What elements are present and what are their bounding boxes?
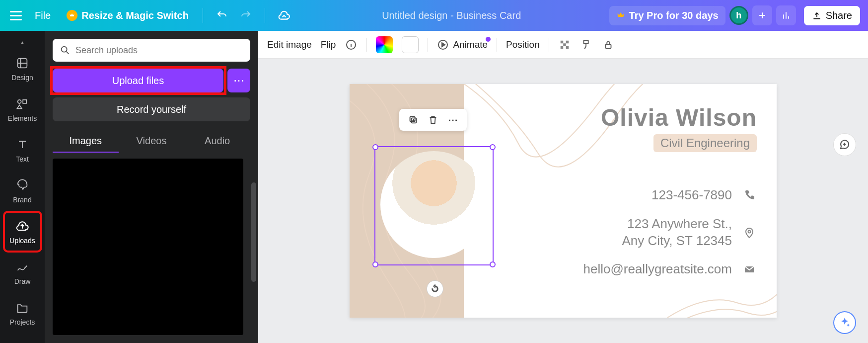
resize-handle-ne[interactable] bbox=[490, 144, 496, 150]
svg-point-15 bbox=[748, 230, 751, 233]
nav-label: Projects bbox=[10, 318, 35, 326]
separator bbox=[428, 38, 428, 52]
copy-style-button[interactable] bbox=[580, 38, 593, 51]
email-text: hello@reallygreatsite.com bbox=[583, 261, 732, 278]
document-title[interactable]: Untitled design - Business Card bbox=[298, 10, 605, 21]
color-picker[interactable] bbox=[376, 36, 393, 53]
upload-files-button[interactable]: Upload files bbox=[53, 69, 223, 92]
add-member-button[interactable] bbox=[752, 5, 772, 25]
nav-label: Draw bbox=[14, 277, 31, 285]
separator bbox=[497, 38, 497, 52]
new-badge-dot bbox=[486, 37, 491, 42]
resize-label: Resize & Magic Switch bbox=[81, 10, 189, 21]
phone-text: 123-456-7890 bbox=[651, 187, 732, 204]
svg-rect-10 bbox=[566, 46, 569, 49]
email-row[interactable]: hello@reallygreatsite.com bbox=[583, 261, 757, 278]
card-role[interactable]: Civil Engineering bbox=[653, 134, 757, 152]
resize-handle-nw[interactable] bbox=[372, 144, 378, 150]
crown-icon bbox=[67, 10, 77, 21]
card-name[interactable]: Olivia Wilson bbox=[538, 104, 757, 131]
svg-rect-11 bbox=[583, 40, 588, 43]
info-icon[interactable] bbox=[345, 38, 358, 51]
share-button[interactable]: Share bbox=[804, 6, 860, 25]
bg-color-swatch[interactable] bbox=[402, 36, 419, 53]
context-toolbar: Edit image Flip Animate Position bbox=[258, 31, 868, 59]
nav-draw[interactable]: Draw bbox=[4, 253, 41, 292]
position-button[interactable]: Position bbox=[506, 39, 540, 50]
separator bbox=[549, 38, 549, 52]
nav-label: Uploads bbox=[9, 237, 35, 245]
ai-assistant-button[interactable] bbox=[833, 311, 856, 334]
left-nav-rail: ▴ Design Elements Text Brand Uploads Dra… bbox=[0, 31, 45, 343]
resize-magic-switch[interactable]: Resize & Magic Switch bbox=[62, 7, 194, 24]
insights-button[interactable] bbox=[776, 5, 796, 25]
flip-button[interactable]: Flip bbox=[321, 39, 336, 50]
tab-images[interactable]: Images bbox=[53, 130, 119, 153]
separator bbox=[265, 8, 265, 23]
projects-icon bbox=[15, 300, 29, 315]
business-card-canvas[interactable]: ⋯ Olivia Wilson Civil Engineering 123-45… bbox=[350, 84, 777, 318]
phone-icon bbox=[742, 189, 757, 201]
phone-row[interactable]: 123-456-7890 bbox=[651, 187, 757, 204]
main-menu-button[interactable] bbox=[8, 9, 24, 22]
transparency-button[interactable] bbox=[558, 38, 571, 51]
rotate-handle[interactable] bbox=[427, 280, 443, 297]
draw-icon bbox=[15, 259, 29, 274]
duplicate-icon[interactable] bbox=[407, 114, 419, 126]
nav-label: Elements bbox=[8, 114, 37, 122]
pin-icon bbox=[742, 226, 757, 240]
lock-button[interactable] bbox=[602, 38, 615, 51]
panel-scrollbar[interactable] bbox=[251, 182, 256, 282]
search-uploads[interactable] bbox=[53, 39, 250, 62]
upload-thumbnail[interactable] bbox=[53, 159, 243, 335]
upload-more-button[interactable]: ⋯ bbox=[227, 69, 250, 92]
record-yourself-button[interactable]: Record yourself bbox=[53, 97, 250, 121]
nav-design[interactable]: Design bbox=[4, 49, 41, 88]
rail-collapse-handle[interactable]: ▴ bbox=[0, 38, 45, 47]
elements-icon bbox=[15, 96, 29, 111]
file-menu[interactable]: File bbox=[28, 10, 58, 21]
search-icon bbox=[60, 45, 71, 56]
svg-point-1 bbox=[18, 100, 21, 103]
tab-audio[interactable]: Audio bbox=[184, 130, 250, 153]
uploads-panel: Upload files ⋯ Record yourself Images Vi… bbox=[45, 31, 258, 343]
more-icon[interactable]: ⋯ bbox=[447, 114, 459, 126]
svg-rect-7 bbox=[566, 40, 569, 43]
selection-box[interactable] bbox=[374, 146, 494, 265]
try-pro-button[interactable]: Try Pro for 30 days bbox=[609, 6, 725, 25]
crown-icon bbox=[616, 11, 625, 20]
tab-videos[interactable]: Videos bbox=[119, 130, 185, 153]
address-row[interactable]: 123 Anywhere St.,Any City, ST 12345 bbox=[622, 216, 757, 250]
design-icon bbox=[15, 56, 29, 71]
svg-rect-2 bbox=[23, 100, 26, 103]
nav-label: Design bbox=[11, 74, 33, 82]
nav-label: Brand bbox=[13, 196, 31, 204]
delete-icon[interactable] bbox=[427, 114, 439, 126]
undo-button[interactable] bbox=[212, 5, 232, 25]
redo-button[interactable] bbox=[236, 5, 256, 25]
upload-tabs: Images Videos Audio bbox=[53, 130, 250, 153]
try-pro-label: Try Pro for 30 days bbox=[629, 10, 719, 21]
svg-rect-8 bbox=[563, 43, 566, 46]
comment-add-button[interactable] bbox=[833, 133, 856, 156]
text-icon bbox=[15, 137, 29, 152]
edit-image-button[interactable]: Edit image bbox=[267, 39, 312, 50]
cloud-sync-icon[interactable] bbox=[274, 5, 294, 25]
nav-brand[interactable]: Brand bbox=[4, 171, 41, 211]
user-avatar[interactable]: h bbox=[729, 6, 748, 25]
nav-uploads[interactable]: Uploads bbox=[4, 212, 41, 252]
nav-projects[interactable]: Projects bbox=[4, 293, 41, 333]
animate-button[interactable]: Animate bbox=[437, 39, 488, 51]
separator bbox=[366, 38, 367, 52]
search-input[interactable] bbox=[75, 45, 243, 56]
element-floating-toolbar: ⋯ bbox=[399, 109, 467, 131]
resize-handle-sw[interactable] bbox=[372, 261, 378, 267]
svg-rect-12 bbox=[605, 44, 611, 48]
resize-handle-se[interactable] bbox=[490, 261, 496, 267]
nav-text[interactable]: Text bbox=[4, 130, 41, 170]
svg-rect-9 bbox=[560, 46, 563, 49]
mail-icon bbox=[742, 263, 757, 275]
svg-point-3 bbox=[62, 47, 67, 52]
svg-rect-6 bbox=[560, 40, 563, 43]
nav-elements[interactable]: Elements bbox=[4, 89, 41, 129]
